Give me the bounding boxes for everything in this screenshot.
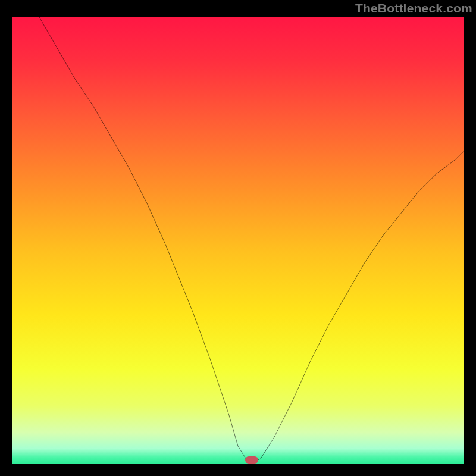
optimum-marker (245, 456, 258, 464)
bottleneck-curve (12, 17, 464, 464)
attribution-watermark: TheBottleneck.com (355, 1, 472, 15)
chart-stage: TheBottleneck.com (0, 0, 476, 476)
plot-area (12, 17, 464, 464)
curve-line (39, 17, 464, 461)
